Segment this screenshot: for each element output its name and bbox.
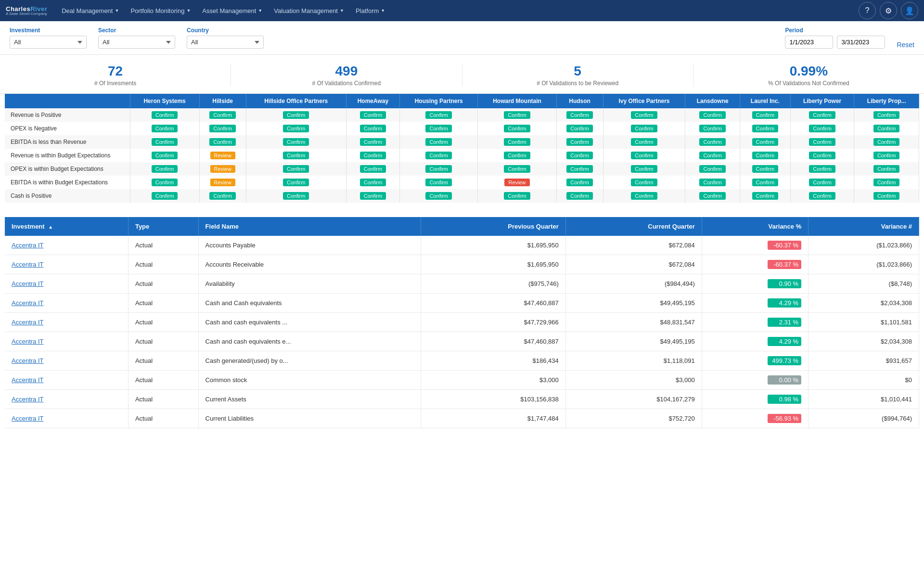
validation-section: Heron Systems Hillside Hillside Office P… — [5, 94, 919, 212]
investment-link[interactable]: Accentra IT — [12, 242, 43, 249]
variance-pct-badge: 4.29 % — [768, 298, 801, 308]
table-row: Accentra ITActualAccounts Receivable$1,6… — [5, 255, 919, 274]
validation-row: Revenue is PositiveConfirmConfirmConfirm… — [5, 108, 919, 122]
col-lansdowne: Lansdowne — [685, 94, 740, 108]
variance-pct-badge: 499.73 % — [768, 356, 801, 365]
help-button[interactable]: ? — [859, 2, 876, 19]
settings-button[interactable]: ⚙ — [880, 2, 897, 19]
investment-filter: Investment All — [10, 27, 87, 49]
period-start-input[interactable] — [785, 36, 833, 49]
investment-link[interactable]: Accentra IT — [12, 376, 43, 384]
col-heron-systems: Heron Systems — [130, 94, 199, 108]
lower-col-investment: Investment ▲ — [5, 217, 128, 236]
col-housing-partners: Housing Partners — [400, 94, 478, 108]
validation-table: Heron Systems Hillside Hillside Office P… — [5, 94, 919, 203]
variance-pct-badge: 0.90 % — [768, 279, 801, 288]
validation-row: OPEX is NegativeConfirmConfirmConfirmCon… — [5, 122, 919, 135]
variance-pct-badge: -56.93 % — [768, 414, 801, 423]
navbar: CharlesRiver A State Street Company Deal… — [0, 0, 924, 21]
country-filter: Country All — [187, 27, 264, 49]
reset-button[interactable]: Reset — [897, 41, 914, 49]
chevron-down-icon: ▼ — [186, 8, 191, 13]
nav-deal-management[interactable]: Deal Management ▼ — [57, 0, 124, 21]
table-row: Accentra ITActualAccounts Payable$1,695,… — [5, 236, 919, 255]
nav-valuation-management[interactable]: Valuation Management ▼ — [269, 0, 349, 21]
investment-select[interactable]: All — [10, 36, 87, 49]
lower-col-type: Type — [128, 217, 198, 236]
col-liberty-power: Liberty Power — [790, 94, 854, 108]
col-howard-mountain: Howard Mountain — [478, 94, 556, 108]
stat-validations-review: 5 # Of Validations to be Reviewed — [462, 64, 693, 87]
lower-col-var-pct: Variance % — [702, 217, 808, 236]
variance-pct-badge: 4.29 % — [768, 337, 801, 346]
investment-link[interactable]: Accentra IT — [12, 396, 43, 403]
col-row-label — [5, 94, 130, 108]
lower-col-var-num: Variance # — [808, 217, 919, 236]
table-row: Accentra ITActualCurrent Assets$103,156,… — [5, 390, 919, 409]
table-row: Accentra ITActualAvailability($975,746)(… — [5, 274, 919, 294]
stat-investments: 72 # Of Invesments — [0, 64, 231, 87]
stat-validations-not-confirmed: 0.99% % Of Validations Not Confirmed — [693, 64, 924, 87]
col-laurel-inc: Laurel Inc. — [740, 94, 790, 108]
investment-link[interactable]: Accentra IT — [12, 338, 43, 345]
sector-filter: Sector All — [98, 27, 175, 49]
nav-asset-management[interactable]: Asset Management ▼ — [197, 0, 267, 21]
app-logo: CharlesRiver A State Street Company — [6, 6, 47, 16]
col-liberty-prop: Liberty Prop... — [854, 94, 919, 108]
country-select[interactable]: All — [187, 36, 264, 49]
filters-bar: Investment All Sector All Country All Pe… — [0, 21, 924, 55]
col-homeaway: HomeAway — [346, 94, 399, 108]
lower-section: Investment ▲ Type Field Name Previous Qu… — [5, 212, 919, 433]
chevron-down-icon: ▼ — [258, 8, 262, 13]
validation-row: Cash is PositiveConfirmConfirmConfirmCon… — [5, 189, 919, 203]
validation-row: EBITDA is within Budget ExpectationsConf… — [5, 176, 919, 189]
lower-table: Investment ▲ Type Field Name Previous Qu… — [5, 217, 919, 428]
table-row: Accentra ITActualCurrent Liabilities$1,7… — [5, 409, 919, 428]
col-hillside-office: Hillside Office Partners — [246, 94, 346, 108]
stats-bar: 72 # Of Invesments 499 # Of Validations … — [0, 55, 924, 94]
investment-link[interactable]: Accentra IT — [12, 319, 43, 326]
variance-pct-badge: 0.98 % — [768, 395, 801, 404]
col-hillside: Hillside — [199, 94, 246, 108]
user-button[interactable]: 👤 — [901, 2, 918, 19]
validation-row: OPEX is within Budget ExpectationsConfir… — [5, 162, 919, 176]
chevron-down-icon: ▼ — [340, 8, 344, 13]
nav-portfolio-monitoring[interactable]: Portfolio Monitoring ▼ — [126, 0, 195, 21]
investment-link[interactable]: Accentra IT — [12, 357, 43, 364]
col-ivy-office: Ivy Office Partners — [603, 94, 685, 108]
lower-col-field: Field Name — [198, 217, 421, 236]
nav-platform[interactable]: Platform ▼ — [351, 0, 390, 21]
table-row: Accentra ITActualCash and cash equivalen… — [5, 332, 919, 351]
variance-pct-badge: 2.31 % — [768, 318, 801, 327]
period-filter: Period — [785, 27, 885, 49]
variance-pct-badge: 0.00 % — [768, 375, 801, 385]
lower-col-curr-quarter: Current Quarter — [565, 217, 702, 236]
variance-pct-badge: -60.37 % — [768, 241, 801, 250]
validation-row: Revenue is within Budget ExpectationsCon… — [5, 149, 919, 162]
investment-link[interactable]: Accentra IT — [12, 299, 43, 307]
stat-validations-confirmed: 499 # Of Validations Confirmed — [231, 64, 462, 87]
col-hudson: Hudson — [556, 94, 603, 108]
sector-select[interactable]: All — [98, 36, 175, 49]
chevron-down-icon: ▼ — [115, 8, 119, 13]
lower-col-prev-quarter: Previous Quarter — [421, 217, 566, 236]
investment-link[interactable]: Accentra IT — [12, 261, 43, 268]
table-row: Accentra ITActualCash and Cash equivalen… — [5, 294, 919, 313]
variance-pct-badge: -60.37 % — [768, 260, 801, 269]
table-row: Accentra ITActualCommon stock$3,000$3,00… — [5, 371, 919, 390]
period-end-input[interactable] — [837, 36, 885, 49]
chevron-down-icon: ▼ — [381, 8, 385, 13]
table-row: Accentra ITActualCash generated/(used) b… — [5, 351, 919, 371]
sort-up-icon: ▲ — [48, 224, 53, 230]
investment-link[interactable]: Accentra IT — [12, 415, 43, 422]
validation-row: EBITDA is less than RevenueConfirmConfir… — [5, 135, 919, 149]
investment-link[interactable]: Accentra IT — [12, 280, 43, 287]
table-row: Accentra ITActualCash and cash equivalen… — [5, 313, 919, 332]
